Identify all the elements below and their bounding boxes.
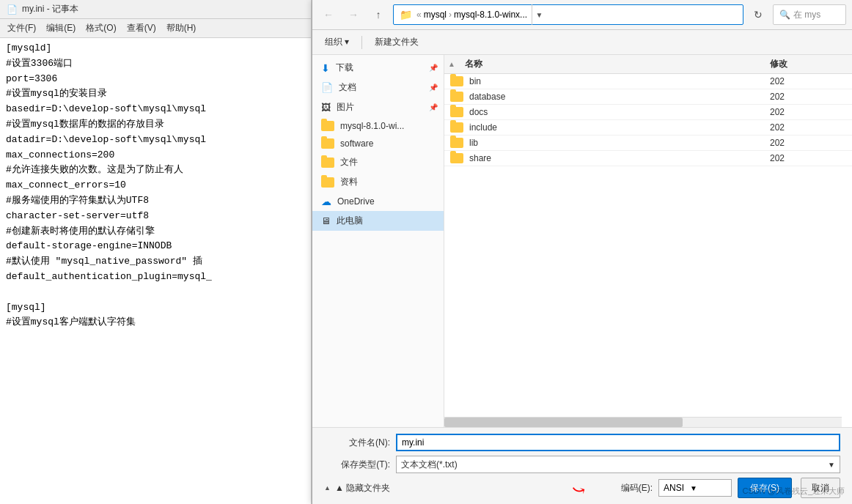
up-icon: ↑ [376,9,381,21]
encoding-label: 编码(E): [621,482,653,494]
encoding-select[interactable]: ANSI ▼ [658,479,732,497]
filelist-header: ▲ 名称 修改 [444,55,852,74]
folder-icon [450,76,463,86]
scroll-thumb[interactable] [444,418,683,427]
forward-icon: → [348,9,359,21]
refresh-icon: ↻ [754,9,763,21]
red-arrow-annotation: ⤻ [570,479,587,501]
filetype-label: 保存类型(T): [324,459,390,471]
sidebar-item-label: OneDrive [337,196,375,207]
folder-icon [321,138,334,149]
col-header-name[interactable]: 名称 [459,58,764,70]
nav-forward-button[interactable]: → [343,4,364,25]
file-row[interactable]: docs 202 [444,105,852,120]
search-icon: 🔍 [779,10,790,20]
folder-icon [321,177,334,188]
file-date: 202 [764,92,852,102]
sidebar-item-label: 下载 [336,62,353,74]
sidebar-item-label: mysql-8.1.0-wi... [340,121,404,131]
notepad-menubar: 文件(F) 编辑(E) 格式(O) 查看(V) 帮助(H) [0,19,311,38]
folder-icon [450,92,463,102]
file-name: include [469,122,497,133]
menu-view[interactable]: 查看(V) [122,21,161,36]
horizontal-scrollbar[interactable] [444,417,842,427]
file-dialog: ← → ↑ 📁 « mysql › mysql-8.1.0-winx... ▼ … [312,0,852,504]
filetype-chevron-icon: ▼ [828,461,835,469]
menu-file[interactable]: 文件(F) [3,21,40,36]
breadcrumb-part2: mysql-8.1.0-winx... [454,10,527,20]
file-row[interactable]: share 202 [444,151,852,166]
hidden-files-label: ▲ 隐藏文件夹 [335,482,390,494]
address-folder-icon: 📁 [400,9,412,21]
sort-indicator: ▲ [444,60,459,68]
organize-button[interactable]: 组织 ▾ [318,33,356,51]
filename-row: 文件名(N): [324,434,840,451]
sidebar-item-materials[interactable]: 资料 [312,172,444,192]
sidebar-item-software[interactable]: software [312,135,444,152]
pin-icon: 📌 [429,84,438,92]
notepad-panel: 📄 my.ini - 记事本 文件(F) 编辑(E) 格式(O) 查看(V) 帮… [0,0,312,504]
address-bar[interactable]: 📁 « mysql › mysql-8.1.0-winx... ▼ [393,4,743,25]
sidebar-item-onedrive[interactable]: ☁ OneDrive [312,192,444,211]
sidebar-item-label: 文件 [340,156,358,168]
sidebar-item-computer[interactable]: 🖥 此电脑 [312,211,444,231]
encoding-value: ANSI [664,483,684,493]
notepad-titlebar: 📄 my.ini - 记事本 [0,0,311,19]
hidden-files-row[interactable]: ▲ ▲ 隐藏文件夹 [324,482,390,494]
filetype-select[interactable]: 文本文档(*.txt) ▼ [396,456,840,473]
address-dropdown-button[interactable]: ▼ [532,4,546,25]
file-row[interactable]: include 202 [444,120,852,136]
dialog-sidebar: ⬇ 下载 📌 📄 文档 📌 🖼 图片 📌 mysql-8.1.0-wi... s… [312,55,444,427]
file-row[interactable]: lib 202 [444,136,852,151]
sidebar-item-download[interactable]: ⬇ 下载 📌 [312,58,444,78]
search-box[interactable]: 🔍 在 mys [773,4,846,25]
file-date: 202 [764,76,852,86]
file-date: 202 [764,107,852,117]
folder-icon [450,153,463,163]
pictures-icon: 🖼 [321,102,331,113]
dialog-topbar: ← → ↑ 📁 « mysql › mysql-8.1.0-winx... ▼ … [312,0,852,30]
new-folder-button[interactable]: 新建文件夹 [368,33,425,51]
file-name: docs [469,107,488,117]
sidebar-item-pictures[interactable]: 🖼 图片 📌 [312,97,444,117]
menu-edit[interactable]: 编辑(E) [42,21,80,36]
folder-icon [450,107,463,117]
col-header-date[interactable]: 修改 [764,58,852,70]
search-placeholder: 在 mys [793,9,820,21]
filename-label: 文件名(N): [324,437,390,449]
file-date: 202 [764,138,852,148]
pin-icon: 📌 [429,103,438,111]
menu-help[interactable]: 帮助(H) [162,21,201,36]
watermark: CSDN @风卷残云_近来大师 [742,486,845,497]
nav-up-button[interactable]: ↑ [368,4,389,25]
folder-icon [450,122,463,133]
filetype-row: 保存类型(T): 文本文档(*.txt) ▼ [324,456,840,473]
folder-icon [321,158,334,168]
toolbar-separator [361,36,362,49]
onedrive-icon: ☁ [321,196,331,207]
nav-back-button[interactable]: ← [318,4,339,25]
computer-icon: 🖥 [321,215,331,226]
filename-input[interactable] [396,434,840,451]
file-row[interactable]: database 202 [444,89,852,105]
sidebar-item-label: software [340,138,373,149]
filetype-value: 文本文档(*.txt) [401,459,458,471]
notepad-content[interactable]: [mysqld] #设置3306端口 port=3306 #设置mysql的安装… [0,38,311,504]
notepad-icon: 📄 [6,4,18,15]
dialog-main: ⬇ 下载 📌 📄 文档 📌 🖼 图片 📌 mysql-8.1.0-wi... s… [312,55,852,427]
address-breadcrumb: « mysql › mysql-8.1.0-winx... [416,10,527,20]
file-name: bin [469,76,481,86]
menu-format[interactable]: 格式(O) [81,21,120,36]
dialog-filelist: ▲ 名称 修改 bin 202 database 202 [444,55,852,427]
refresh-button[interactable]: ↻ [748,4,768,25]
sidebar-item-mysql-folder[interactable]: mysql-8.1.0-wi... [312,117,444,135]
folder-icon [321,121,334,131]
sidebar-item-label: 此电脑 [337,215,363,227]
sidebar-item-documents[interactable]: 📄 文档 📌 [312,78,444,97]
sidebar-item-label: 资料 [340,176,358,188]
file-row[interactable]: bin 202 [444,74,852,89]
file-name: database [469,92,505,102]
sidebar-item-files[interactable]: 文件 [312,152,444,172]
dialog-toolbar: 组织 ▾ 新建文件夹 [312,30,852,55]
breadcrumb-part1: mysql [424,10,447,20]
